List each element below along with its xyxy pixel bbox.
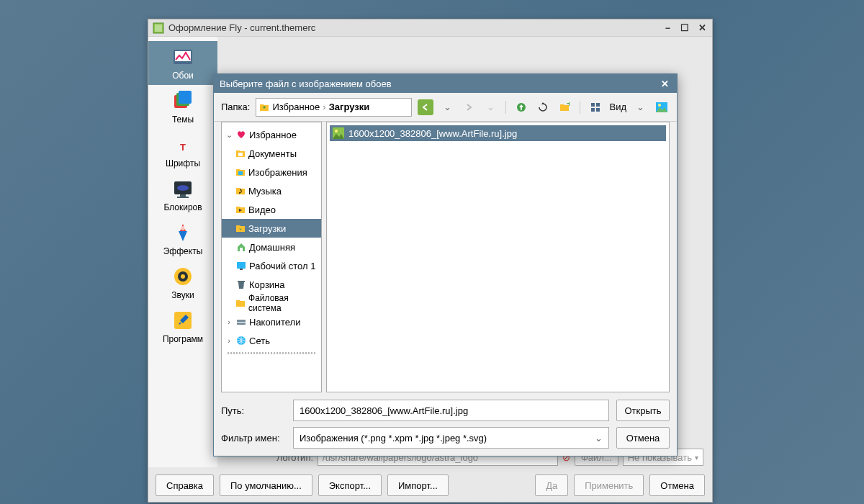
footer-buttons: Справка По умолчанию... Экспорт... Импор… xyxy=(156,474,705,496)
tree-home[interactable]: Домашняя xyxy=(222,238,321,256)
folder-icon xyxy=(235,297,246,309)
maximize-button[interactable]: ☐ xyxy=(679,22,690,34)
sidebar-item-wallpaper[interactable]: Обои xyxy=(148,41,217,85)
drives-icon xyxy=(235,316,247,328)
dialog-title: Выберите файл с изображением обоев xyxy=(220,78,658,89)
open-button[interactable]: Открыть xyxy=(616,400,670,421)
tree-favorites[interactable]: ⌄ Избранное xyxy=(222,125,321,144)
file-item[interactable]: 1600x1200_382806_[www.ArtFile.ru].jpg xyxy=(330,125,666,141)
back-button[interactable] xyxy=(418,99,433,115)
svg-rect-6 xyxy=(179,91,192,104)
export-button[interactable]: Экспорт... xyxy=(318,474,382,496)
breadcrumb[interactable]: Избранное › Загрузки xyxy=(256,98,412,117)
effects-icon xyxy=(171,221,194,244)
sidebar-item-lock[interactable]: Блокиров xyxy=(148,173,217,217)
image-file-icon xyxy=(333,127,344,139)
close-button[interactable]: ✕ xyxy=(696,22,708,34)
view-dropdown[interactable]: ⌄ xyxy=(632,99,648,115)
dialog-bottom: Путь: Открыть Фильтр имен: Изображения (… xyxy=(214,392,677,456)
sidebar-item-sounds[interactable]: Звуки xyxy=(148,261,217,305)
svg-rect-21 xyxy=(596,108,600,112)
programs-icon xyxy=(171,309,194,332)
tree-network[interactable]: › Сеть xyxy=(222,331,321,350)
svg-point-23 xyxy=(658,104,661,107)
tree-downloads[interactable]: Загрузки xyxy=(222,219,321,238)
path-input[interactable] xyxy=(293,400,609,421)
folder-icon xyxy=(235,204,246,215)
home-icon xyxy=(235,241,247,253)
svg-point-35 xyxy=(335,130,338,132)
tree-trash[interactable]: Корзина xyxy=(222,275,321,294)
sidebar-item-programs[interactable]: Программ xyxy=(148,305,217,348)
dialog-titlebar: Выберите файл с изображением обоев ✕ xyxy=(214,74,677,93)
import-button[interactable]: Импорт... xyxy=(387,474,449,496)
breadcrumb-root[interactable]: Избранное xyxy=(272,102,320,112)
svg-rect-19 xyxy=(596,103,600,107)
sidebar-item-themes[interactable]: Темы xyxy=(148,85,217,129)
tree-desktop[interactable]: Рабочий стол 1 xyxy=(222,256,321,275)
breadcrumb-separator: › xyxy=(323,102,325,112)
sidebar-item-effects[interactable]: Эффекты xyxy=(148,217,217,261)
breadcrumb-current[interactable]: Загрузки xyxy=(329,102,370,112)
tree-video[interactable]: Видео xyxy=(222,200,321,219)
sounds-icon xyxy=(171,265,194,288)
tree-images[interactable]: Изображения xyxy=(222,163,321,181)
network-icon xyxy=(235,335,247,346)
folder-icon: ♪ xyxy=(235,185,246,197)
cancel-button[interactable]: Отмена xyxy=(649,474,705,496)
back-dropdown[interactable]: ⌄ xyxy=(439,99,455,115)
expand-icon[interactable]: › xyxy=(225,336,233,345)
minimize-button[interactable]: － xyxy=(662,22,673,34)
tree-panel: ⌄ Избранное Документы Изображения ♪ Музы… xyxy=(221,122,322,392)
new-folder-button[interactable]: + xyxy=(557,99,572,115)
view-icon[interactable] xyxy=(588,99,603,115)
folder-icon xyxy=(235,148,246,159)
default-button[interactable]: По умолчанию... xyxy=(220,474,312,496)
file-list[interactable]: 1600x1200_382806_[www.ArtFile.ru].jpg xyxy=(326,122,670,392)
themes-icon xyxy=(171,89,194,112)
folder-icon xyxy=(235,166,246,178)
expand-icon[interactable]: › xyxy=(225,318,233,326)
main-titlebar: Оформление Fly - current.themerc － ☐ ✕ xyxy=(148,19,712,37)
folder-icon xyxy=(259,102,269,112)
view-label: Вид xyxy=(609,102,626,112)
tree-documents[interactable]: Документы xyxy=(222,144,321,163)
svg-rect-18 xyxy=(591,103,595,107)
up-button[interactable] xyxy=(513,99,529,115)
svg-rect-30 xyxy=(238,281,245,282)
main-sidebar: Обои Темы T Шрифты Блокиров xyxy=(148,37,217,467)
svg-rect-20 xyxy=(591,108,595,112)
svg-rect-28 xyxy=(237,262,246,269)
svg-rect-24 xyxy=(238,153,243,156)
preview-button[interactable] xyxy=(654,99,670,115)
tree-separator xyxy=(228,352,315,354)
tree-drives[interactable]: › Накопители xyxy=(222,312,321,331)
tree-filesystem[interactable]: Файловая система xyxy=(222,294,321,312)
filter-label: Фильтр имен: xyxy=(221,433,286,444)
filter-select[interactable]: Изображения (*.png *.xpm *.jpg *.jpeg *.… xyxy=(293,427,609,449)
heart-icon xyxy=(235,129,247,140)
refresh-button[interactable] xyxy=(535,99,551,115)
app-icon xyxy=(153,22,164,34)
fonts-icon: T xyxy=(171,133,194,156)
chevron-down-icon: ⌄ xyxy=(595,433,603,444)
folder-icon xyxy=(235,222,246,234)
yes-button[interactable]: Да xyxy=(535,474,568,496)
svg-text:♪: ♪ xyxy=(238,186,243,196)
tree-music[interactable]: ♪ Музыка xyxy=(222,181,321,200)
dialog-close-button[interactable]: ✕ xyxy=(658,77,671,90)
sidebar-item-fonts[interactable]: T Шрифты xyxy=(148,129,217,173)
forward-dropdown[interactable]: ⌄ xyxy=(482,99,498,115)
expand-icon[interactable]: ⌄ xyxy=(225,130,233,140)
dialog-cancel-button[interactable]: Отмена xyxy=(616,427,670,449)
trash-icon xyxy=(235,279,247,290)
apply-button[interactable]: Применить xyxy=(574,474,644,496)
svg-rect-32 xyxy=(237,323,246,325)
svg-rect-9 xyxy=(180,194,186,197)
file-name: 1600x1200_382806_[www.ArtFile.ru].jpg xyxy=(348,128,517,139)
svg-point-11 xyxy=(181,226,185,230)
forward-button[interactable] xyxy=(461,99,477,115)
folder-label: Папка: xyxy=(221,102,250,112)
svg-rect-31 xyxy=(237,320,246,322)
help-button[interactable]: Справка xyxy=(156,474,214,496)
